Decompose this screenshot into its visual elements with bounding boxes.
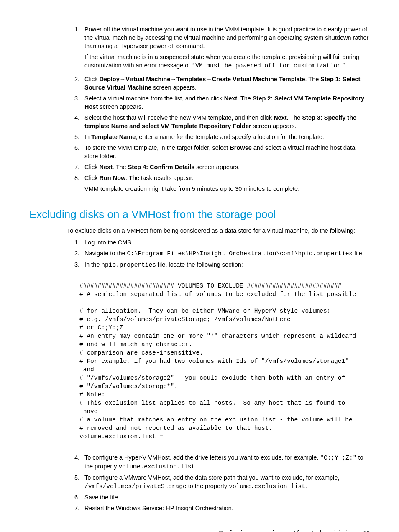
item-extra-post: ”. — [341, 62, 346, 69]
arrow-icon: → — [206, 76, 212, 82]
item-number: 5. — [67, 473, 84, 491]
item-body: Click Deploy→Virtual Machine→Templates→C… — [84, 75, 370, 92]
item-extra: VMM template creation might take from 5 … — [84, 185, 370, 193]
list-item: 8. Click Run Now. The task results appea… — [67, 174, 370, 195]
button-name: Browse — [230, 144, 251, 151]
item-number: 3. — [67, 94, 84, 111]
code-block: ########################## VOLUMES TO EX… — [79, 282, 370, 441]
t: Select the host that will receive the ne… — [84, 114, 274, 121]
item-number: 1. — [67, 25, 84, 72]
item-body: Select a virtual machine from the list, … — [84, 94, 370, 111]
ui-path: Deploy — [99, 76, 119, 82]
inline-code: volume.exclusion.list — [229, 483, 305, 490]
list-item: 5. To configure a VMware VMHost, add the… — [67, 473, 370, 491]
t: screen appears. — [151, 84, 197, 91]
list-item: 3. Select a virtual machine from the lis… — [67, 94, 370, 111]
t: To configure a Hyper-V VMHost, add the d… — [84, 454, 320, 461]
inline-code: "C:;Y:;Z:" — [320, 455, 356, 461]
item-number: 7. — [67, 163, 84, 171]
item-number: 3. — [67, 260, 84, 269]
t: to the property — [187, 483, 229, 489]
item-body: To store the VMM template, in the target… — [84, 144, 370, 160]
inline-code: volume.exclusion.list — [118, 463, 195, 470]
button-name: Run Now — [99, 175, 125, 181]
item-number: 5. — [67, 133, 84, 141]
t: file. — [353, 250, 364, 257]
t: file, locate the following section: — [156, 261, 243, 268]
t: To configure a VMware VMHost, add the da… — [84, 474, 339, 481]
item-body: To configure a VMware VMHost, add the da… — [84, 473, 370, 491]
list-item: 4. Select the host that will receive the… — [67, 113, 370, 130]
button-name: Next — [274, 114, 286, 121]
item-number: 4. — [67, 453, 84, 471]
item-number: 7. — [67, 504, 84, 512]
item-body: To configure a Hyper-V VMHost, add the d… — [84, 453, 370, 471]
inline-code: hpio.properties — [101, 262, 156, 268]
footer-title: Configuring your environment for virtual… — [219, 529, 354, 532]
item-body: Select the host that will receive the ne… — [84, 113, 370, 130]
item-body: Restart the Windows Service: HP Insight … — [84, 504, 370, 512]
arrow-icon: → — [170, 76, 176, 82]
item-body: Click Run Now. The task results appear. … — [84, 174, 370, 195]
page-footer: Configuring your environment for virtual… — [29, 529, 370, 532]
ui-path: Create Virtual Machine Template — [212, 76, 305, 82]
list-item: 1. Log into the CMS. — [67, 238, 370, 247]
item-body: Log into the CMS. — [84, 238, 370, 247]
list-item: 2. Navigate to the C:\Program Files\HP\I… — [67, 249, 370, 258]
item-number: 1. — [67, 238, 84, 247]
t: screen appears. — [194, 164, 240, 170]
t: . The — [237, 95, 253, 102]
t: Click — [84, 164, 99, 170]
t: Click — [84, 76, 99, 82]
procedure-list-2b: 4. To configure a Hyper-V VMHost, add th… — [67, 453, 370, 512]
step-name: Step 4: Confirm Details — [128, 164, 195, 170]
t: . The task results appear. — [125, 175, 194, 181]
t: . The — [287, 114, 302, 121]
item-body: Power off the virtual machine you want t… — [84, 25, 370, 72]
item-number: 4. — [67, 113, 84, 130]
ui-path: Virtual Machine — [125, 76, 170, 82]
item-number: 2. — [67, 249, 84, 258]
inline-code: VM must be powered off for customization — [195, 62, 341, 69]
item-number: 6. — [67, 144, 84, 160]
list-item: 7. Restart the Windows Service: HP Insig… — [67, 504, 370, 512]
ui-path: Templates — [176, 76, 206, 82]
section-intro: To exclude disks on a VMHost from being … — [67, 226, 370, 235]
list-item: 6. Save the file. — [67, 493, 370, 501]
t: . — [195, 463, 197, 470]
t: . — [305, 483, 307, 489]
item-body: Navigate to the C:\Program Files\HP\Insi… — [84, 249, 370, 258]
item-body: In the hpio.properties file, locate the … — [84, 260, 370, 269]
section-heading: Excluding disks on a VMHost from the sto… — [29, 207, 370, 222]
button-name: Next — [224, 95, 237, 102]
inline-code: C:\Program Files\HP\Insight Orchestratio… — [127, 250, 353, 257]
inline-code: /vmfs/volumes/privateStorage — [84, 483, 187, 490]
list-item: 4. To configure a Hyper-V VMHost, add th… — [67, 453, 370, 471]
list-item: 2. Click Deploy→Virtual Machine→Template… — [67, 75, 370, 92]
field-name: Template Name — [91, 134, 136, 140]
item-text: Power off the virtual machine you want t… — [84, 26, 369, 49]
item-body: Click Next. The Step 4: Confirm Details … — [84, 163, 370, 171]
item-body: In Template Name, enter a name for the t… — [84, 133, 370, 141]
arrow-icon: → — [120, 76, 126, 82]
t: Navigate to the — [84, 250, 127, 257]
item-number: 6. — [67, 493, 84, 501]
t: In — [84, 134, 91, 140]
t: screen appears. — [98, 103, 143, 110]
list-item: 6. To store the VMM template, in the tar… — [67, 144, 370, 160]
t: , enter a name for the template and spec… — [136, 134, 324, 140]
t: Select a virtual machine from the list, … — [84, 95, 224, 102]
list-item: 1. Power off the virtual machine you wan… — [67, 25, 370, 72]
procedure-list-2a: 1. Log into the CMS. 2. Navigate to the … — [67, 238, 370, 269]
page-number: 13 — [363, 529, 370, 532]
list-item: 3. In the hpio.properties file, locate t… — [67, 260, 370, 269]
t: screen appears. — [251, 123, 297, 129]
t: . The — [305, 76, 321, 82]
list-item: 5. In Template Name, enter a name for th… — [67, 133, 370, 141]
t: To store the VMM template, in the target… — [84, 144, 230, 151]
list-item: 7. Click Next. The Step 4: Confirm Detai… — [67, 163, 370, 171]
procedure-list-1: 1. Power off the virtual machine you wan… — [67, 25, 370, 195]
t: Click — [84, 175, 99, 181]
item-number: 8. — [67, 174, 84, 195]
t: In the — [84, 261, 101, 268]
